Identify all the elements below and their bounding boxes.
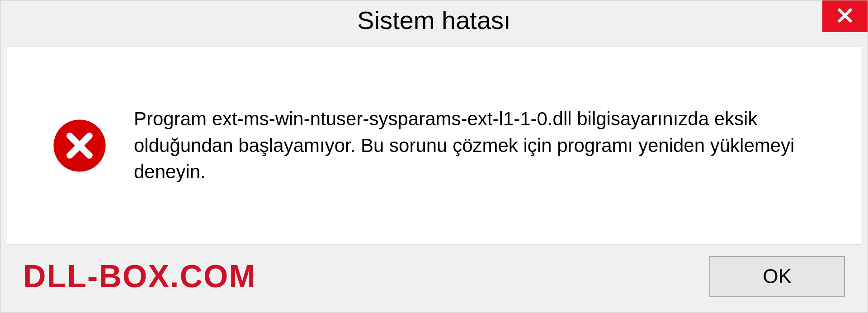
dialog-content: Program ext-ms-win-ntuser-sysparams-ext-… (7, 47, 861, 245)
watermark-text: DLL-BOX.COM (23, 258, 256, 294)
error-dialog: Sistem hatası Program ext-ms-win-ntuser-… (0, 0, 868, 313)
close-button[interactable] (822, 0, 868, 32)
dialog-footer: DLL-BOX.COM OK (0, 245, 868, 313)
dialog-title: Sistem hatası (357, 5, 510, 35)
titlebar: Sistem hatası (0, 0, 868, 40)
close-icon (835, 6, 854, 27)
ok-button-label: OK (763, 265, 792, 288)
error-icon (52, 119, 107, 173)
error-message: Program ext-ms-win-ntuser-sysparams-ext-… (134, 106, 825, 185)
ok-button[interactable]: OK (709, 256, 845, 297)
